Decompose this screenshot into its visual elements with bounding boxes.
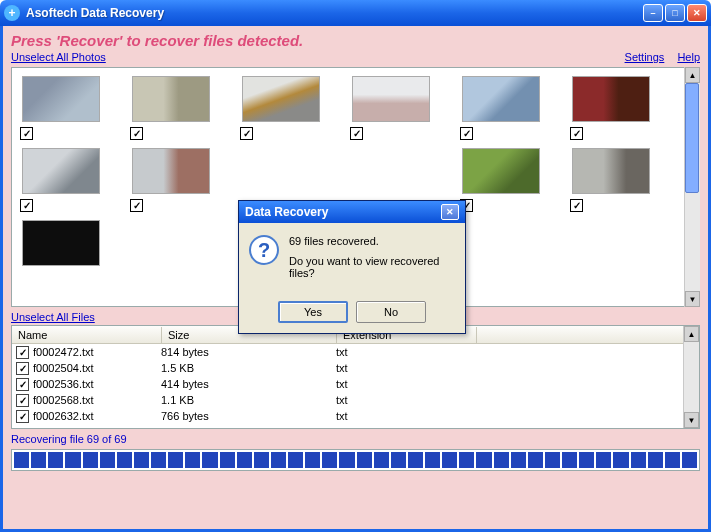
progress-segment <box>425 452 440 468</box>
instructions-text: Press 'Recover' to recover files detecte… <box>11 32 700 49</box>
file-checkbox[interactable] <box>16 378 29 391</box>
photo-thumbnail <box>22 148 100 194</box>
yes-button[interactable]: Yes <box>278 301 348 323</box>
progress-segment <box>134 452 149 468</box>
file-row[interactable]: f0002536.txt414 bytestxt <box>12 376 699 392</box>
progress-segment <box>511 452 526 468</box>
column-header-name[interactable]: Name <box>12 327 162 343</box>
file-size: 766 bytes <box>161 410 336 422</box>
photo-thumbnail <box>22 220 100 266</box>
progress-segment <box>288 452 303 468</box>
progress-segment <box>151 452 166 468</box>
file-extension: txt <box>336 346 476 358</box>
progress-segment <box>271 452 286 468</box>
progress-segment <box>374 452 389 468</box>
status-text: Recovering file 69 of 69 <box>11 433 700 445</box>
settings-link[interactable]: Settings <box>625 51 665 63</box>
app-icon <box>4 5 20 21</box>
progress-segment <box>202 452 217 468</box>
dialog-close-button[interactable]: ✕ <box>441 204 459 220</box>
photo-item[interactable] <box>242 76 334 122</box>
file-extension: txt <box>336 410 476 422</box>
file-name: f0002536.txt <box>33 378 161 390</box>
photo-checkbox[interactable] <box>130 127 143 140</box>
photo-item[interactable] <box>132 76 224 122</box>
photo-item[interactable] <box>572 76 664 122</box>
photo-item[interactable] <box>22 220 114 266</box>
scroll-thumb[interactable] <box>685 83 699 193</box>
progress-segment <box>459 452 474 468</box>
scroll-up-arrow[interactable]: ▲ <box>684 326 699 342</box>
scroll-down-arrow[interactable]: ▼ <box>685 291 700 307</box>
scroll-up-arrow[interactable]: ▲ <box>685 67 700 83</box>
progress-segment <box>391 452 406 468</box>
photo-checkbox[interactable] <box>130 199 143 212</box>
progress-segment <box>476 452 491 468</box>
file-name: f0002472.txt <box>33 346 161 358</box>
file-extension: txt <box>336 394 476 406</box>
file-checkbox[interactable] <box>16 394 29 407</box>
no-button[interactable]: No <box>356 301 426 323</box>
progress-segment <box>31 452 46 468</box>
file-row[interactable]: f0002472.txt814 bytestxt <box>12 344 699 360</box>
progress-segment <box>14 452 29 468</box>
progress-segment <box>117 452 132 468</box>
file-row[interactable]: f0002568.txt1.1 KBtxt <box>12 392 699 408</box>
progress-segment <box>579 452 594 468</box>
photo-item[interactable] <box>22 148 114 194</box>
photo-item[interactable] <box>462 76 554 122</box>
photo-item[interactable] <box>22 76 114 122</box>
minimize-button[interactable]: – <box>643 4 663 22</box>
photo-item[interactable] <box>352 76 444 122</box>
scroll-down-arrow[interactable]: ▼ <box>684 412 699 428</box>
progress-segment <box>220 452 235 468</box>
dialog-title-text: Data Recovery <box>245 205 328 219</box>
file-checkbox[interactable] <box>16 410 29 423</box>
progress-segment <box>48 452 63 468</box>
photo-checkbox[interactable] <box>240 127 253 140</box>
progress-segment <box>322 452 337 468</box>
file-extension: txt <box>336 362 476 374</box>
file-checkbox[interactable] <box>16 346 29 359</box>
progress-segment <box>528 452 543 468</box>
file-extension: txt <box>336 378 476 390</box>
dialog-titlebar: Data Recovery ✕ <box>239 201 465 223</box>
file-name: f0002632.txt <box>33 410 161 422</box>
progress-segment <box>339 452 354 468</box>
photo-checkbox[interactable] <box>570 199 583 212</box>
photo-thumbnail <box>462 148 540 194</box>
progress-segment <box>357 452 372 468</box>
photo-thumbnail <box>242 76 320 122</box>
maximize-button[interactable]: □ <box>665 4 685 22</box>
file-checkbox[interactable] <box>16 362 29 375</box>
photo-checkbox[interactable] <box>570 127 583 140</box>
progress-segment <box>100 452 115 468</box>
dialog-message-2: Do you want to view recovered files? <box>289 255 455 279</box>
progress-segment <box>442 452 457 468</box>
unselect-all-photos-link[interactable]: Unselect All Photos <box>11 51 106 63</box>
file-row[interactable]: f0002632.txt766 bytestxt <box>12 408 699 424</box>
photo-thumbnail <box>572 76 650 122</box>
file-row[interactable]: f0002504.txt1.5 KBtxt <box>12 360 699 376</box>
photo-thumbnail <box>22 76 100 122</box>
progress-segment <box>494 452 509 468</box>
progress-segment <box>408 452 423 468</box>
progress-segment <box>185 452 200 468</box>
titlebar: Asoftech Data Recovery – □ ✕ <box>0 0 711 26</box>
photo-checkbox[interactable] <box>350 127 363 140</box>
photo-checkbox[interactable] <box>460 127 473 140</box>
photo-item[interactable] <box>132 148 224 194</box>
unselect-all-files-link[interactable]: Unselect All Files <box>11 311 95 323</box>
photo-scrollbar[interactable]: ▲ ▼ <box>684 67 700 307</box>
file-list-scrollbar[interactable]: ▲ ▼ <box>683 326 699 428</box>
photo-item[interactable] <box>572 148 664 194</box>
column-header-empty <box>477 333 699 337</box>
photo-item[interactable] <box>462 148 554 194</box>
question-icon: ? <box>249 235 279 265</box>
photo-checkbox[interactable] <box>20 199 33 212</box>
help-link[interactable]: Help <box>677 51 700 63</box>
photo-checkbox[interactable] <box>20 127 33 140</box>
close-button[interactable]: ✕ <box>687 4 707 22</box>
progress-segment <box>648 452 663 468</box>
progress-segment <box>83 452 98 468</box>
